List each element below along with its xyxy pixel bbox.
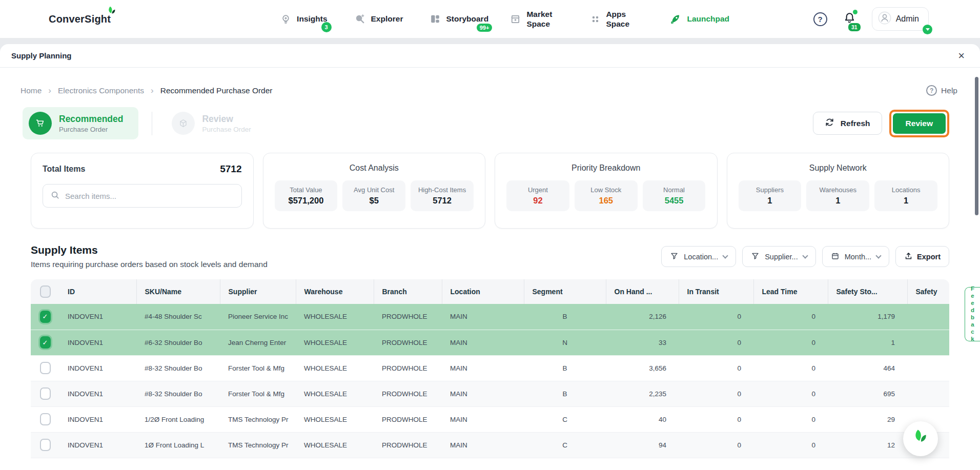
cell-sku: 1Ø Front Loading L xyxy=(136,432,220,458)
nav-item-insights[interactable]: Insights 3 xyxy=(280,13,327,25)
nav-item-market-space[interactable]: Market Space xyxy=(509,9,563,29)
search-items-input[interactable] xyxy=(65,192,234,200)
notifications-button[interactable]: 31 xyxy=(843,11,856,27)
app-window: ConverSight Insights 3 Explorer xyxy=(0,0,980,470)
cell-lead-time: 0 xyxy=(753,330,828,355)
cell-lead-time: 0 xyxy=(753,355,828,381)
column-header-on-hand[interactable]: On Hand ... xyxy=(606,279,679,304)
row-checkbox[interactable] xyxy=(40,387,51,400)
cell-location: MAIN xyxy=(442,381,524,406)
cell-supplier: Forster Tool & Mfg xyxy=(220,355,296,381)
nav-item-launchpad[interactable]: Launchpad xyxy=(669,13,729,25)
nav-right-cluster: ? 31 Admin xyxy=(813,7,929,31)
column-header-warehouse[interactable]: Warehouse xyxy=(296,279,374,304)
cell-branch: PRODWHOLE xyxy=(374,304,442,330)
help-link[interactable]: ? Help xyxy=(926,85,957,96)
cell-on-hand: 33 xyxy=(606,330,679,355)
cell-location: MAIN xyxy=(442,304,524,330)
select-all-checkbox[interactable] xyxy=(40,285,51,298)
table-row: INDOVEN1 #8-32 Shoulder Bo Forster Tool … xyxy=(31,381,949,406)
cell-on-hand: 40 xyxy=(606,406,679,432)
month-filter-dropdown[interactable]: Month... xyxy=(822,246,889,267)
export-button[interactable]: Export xyxy=(895,246,949,267)
row-checkbox[interactable]: ✓ xyxy=(40,336,51,349)
cell-location: MAIN xyxy=(442,406,524,432)
breadcrumb: Home › Electronics Components › Recommen… xyxy=(21,85,949,96)
stat-high-cost-items: High-Cost Items 5712 xyxy=(411,180,474,211)
stat-warehouses: Warehouses 1 xyxy=(806,180,869,211)
cart-icon xyxy=(29,112,52,135)
cell-in-transit: 0 xyxy=(679,406,753,432)
help-icon[interactable]: ? xyxy=(813,12,827,26)
dots-grid-icon xyxy=(590,14,601,25)
column-header-id[interactable]: ID xyxy=(59,279,136,304)
refresh-button[interactable]: Refresh xyxy=(813,112,882,135)
top-navigation: ConverSight Insights 3 Explorer xyxy=(0,0,980,38)
column-header-lead-time[interactable]: Lead Time xyxy=(753,279,828,304)
cell-id: INDOVEN1 xyxy=(59,355,136,381)
cell-branch: PRODWHOLE xyxy=(374,381,442,406)
cell-segment: B xyxy=(524,355,606,381)
breadcrumb-electronics-components[interactable]: Electronics Components xyxy=(58,86,144,95)
cell-branch: PRODWHOLE xyxy=(374,355,442,381)
account-menu-button[interactable]: Admin xyxy=(872,7,929,31)
notification-count-badge: 31 xyxy=(847,22,862,32)
close-icon[interactable]: × xyxy=(958,50,965,62)
column-header-supplier[interactable]: Supplier xyxy=(220,279,296,304)
column-header-branch[interactable]: Branch xyxy=(374,279,442,304)
account-caret-icon xyxy=(923,25,932,34)
assistant-chat-button[interactable] xyxy=(903,421,938,456)
cell-in-transit: 0 xyxy=(679,355,753,381)
review-button[interactable]: Review xyxy=(893,113,946,134)
cell-supplier: Forster Tool & Mfg xyxy=(220,381,296,406)
feedback-label: Feedback xyxy=(970,285,976,343)
main-menu: Insights 3 Explorer Storyboard 99+ xyxy=(280,9,729,29)
question-circle-icon: ? xyxy=(926,85,937,96)
cell-warehouse: WHOLESALE xyxy=(296,304,374,330)
location-filter-dropdown[interactable]: Location... xyxy=(661,246,736,267)
nav-item-explorer[interactable]: Explorer xyxy=(354,13,403,25)
stat-suppliers: Suppliers 1 xyxy=(739,180,802,211)
magnifier-sparkle-icon xyxy=(354,13,366,25)
cell-location: MAIN xyxy=(442,355,524,381)
row-checkbox[interactable] xyxy=(40,413,51,425)
chevron-down-icon xyxy=(875,253,881,258)
supplier-filter-dropdown[interactable]: Supplier... xyxy=(742,246,816,267)
feedback-tab[interactable]: Feedback xyxy=(965,287,980,341)
column-header-safety-stock[interactable]: Safety Sto... xyxy=(828,279,907,304)
conversight-logo[interactable]: ConverSight xyxy=(49,13,111,25)
table-filters: Location... Supplier... xyxy=(661,246,949,267)
cell-supplier: TMS Technology Pr xyxy=(220,432,296,458)
supply-items-table: ID SKU/Name Supplier Warehouse Branch Lo… xyxy=(31,279,949,458)
nav-item-apps-space[interactable]: Apps Space xyxy=(590,9,643,29)
cell-warehouse: WHOLESALE xyxy=(296,432,374,458)
breadcrumb-home[interactable]: Home xyxy=(21,86,42,95)
column-header-sku-name[interactable]: SKU/Name xyxy=(136,279,220,304)
step-recommended-purchase-order[interactable]: Recommended Purchase Order xyxy=(23,107,138,139)
cell-lead-time: 0 xyxy=(753,304,828,330)
nav-item-storyboard[interactable]: Storyboard 99+ xyxy=(430,13,483,25)
column-header-safety[interactable]: Safety xyxy=(907,279,949,304)
help-label: Help xyxy=(941,86,957,95)
lightbulb-icon xyxy=(280,13,292,25)
export-label: Export xyxy=(917,253,941,261)
cell-in-transit: 0 xyxy=(679,304,753,330)
row-checkbox[interactable]: ✓ xyxy=(40,311,51,323)
row-checkbox[interactable] xyxy=(40,439,51,451)
table-row: INDOVEN1 1Ø Front Loading L TMS Technolo… xyxy=(31,432,949,458)
cell-on-hand: 94 xyxy=(606,432,679,458)
stat-avg-unit-cost: Avg Unit Cost $5 xyxy=(342,180,405,211)
stat-low-stock: Low Stock 165 xyxy=(575,180,638,211)
column-header-location[interactable]: Location xyxy=(442,279,524,304)
filter-label: Location... xyxy=(684,253,718,261)
row-checkbox[interactable] xyxy=(40,362,51,374)
vertical-scrollbar[interactable] xyxy=(975,77,978,215)
column-header-in-transit[interactable]: In Transit xyxy=(679,279,753,304)
step-title: Review xyxy=(202,114,251,125)
priority-breakdown-card: Priority Breakdown Urgent 92 Low Stock 1… xyxy=(495,153,718,229)
nav-label: Market Space xyxy=(526,9,563,29)
step-subtitle: Purchase Order xyxy=(59,126,123,133)
breadcrumb-current: Recommended Purchase Order xyxy=(160,86,273,95)
column-header-segment[interactable]: Segment xyxy=(524,279,606,304)
cell-warehouse: WHOLESALE xyxy=(296,381,374,406)
